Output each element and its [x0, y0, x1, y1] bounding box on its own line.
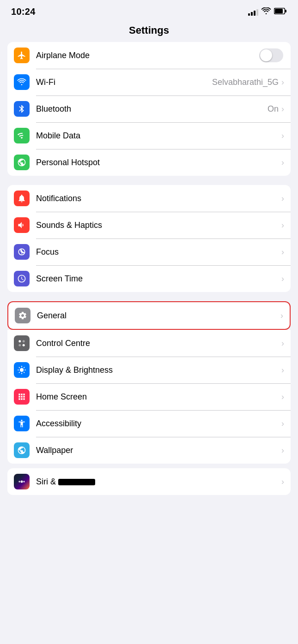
home-screen-icon	[14, 389, 30, 405]
home-screen-chevron: ›	[281, 392, 284, 402]
control-centre-icon	[14, 335, 30, 351]
home-screen-row[interactable]: Home Screen ›	[7, 383, 291, 410]
sounds-haptics-row[interactable]: Sounds & Haptics ›	[7, 212, 291, 239]
sounds-haptics-chevron: ›	[281, 221, 284, 230]
svg-point-4	[23, 340, 25, 342]
wifi-settings-icon	[14, 74, 30, 90]
status-bar: 10:24	[0, 0, 298, 21]
airplane-mode-icon	[14, 48, 30, 63]
svg-point-3	[18, 340, 21, 342]
bluetooth-row[interactable]: Bluetooth On ›	[7, 95, 291, 122]
notifications-chevron: ›	[281, 194, 284, 203]
wifi-chevron: ›	[281, 78, 284, 87]
display-brightness-row[interactable]: Display & Brightness ›	[7, 357, 291, 383]
control-centre-chevron: ›	[281, 339, 284, 348]
personal-hotspot-row[interactable]: Personal Hotspot ›	[7, 149, 291, 176]
page-title: Settings	[0, 24, 298, 36]
focus-row[interactable]: Focus ›	[7, 239, 291, 265]
control-centre-row[interactable]: Control Centre ›	[7, 330, 291, 357]
siri-search-label: Siri &	[36, 477, 281, 487]
svg-rect-1	[275, 9, 283, 13]
mobile-data-row[interactable]: Mobile Data ›	[7, 122, 291, 149]
svg-point-6	[23, 344, 25, 346]
screen-time-chevron: ›	[281, 274, 284, 284]
general-row[interactable]: General ›	[8, 302, 290, 329]
signal-icon	[248, 8, 258, 16]
wallpaper-chevron: ›	[281, 446, 284, 455]
svg-rect-2	[285, 10, 286, 12]
screen-time-row[interactable]: Screen Time ›	[7, 265, 291, 292]
mobile-data-icon	[14, 128, 30, 143]
accessibility-icon	[14, 416, 30, 431]
wallpaper-icon	[14, 442, 30, 458]
accessibility-row[interactable]: Accessibility ›	[7, 410, 291, 437]
airplane-mode-row[interactable]: Airplane Mode	[7, 42, 291, 69]
mobile-data-chevron: ›	[281, 131, 284, 141]
sounds-haptics-label: Sounds & Haptics	[36, 221, 281, 230]
notifications-icon	[14, 191, 30, 206]
mobile-data-label: Mobile Data	[36, 131, 281, 141]
wifi-icon	[261, 7, 271, 17]
battery-icon	[274, 8, 287, 16]
wifi-row[interactable]: Wi-Fi Selvabharathi_5G ›	[7, 69, 291, 95]
accessibility-label: Accessibility	[36, 419, 281, 429]
siri-section: Siri & ›	[7, 468, 291, 495]
status-time: 10:24	[11, 6, 36, 17]
svg-point-8	[21, 481, 23, 483]
bluetooth-value: On	[268, 104, 279, 114]
wifi-value: Selvabharathi_5G	[212, 78, 279, 87]
home-screen-label: Home Screen	[36, 392, 281, 402]
general-icon	[15, 308, 30, 323]
system-section: Notifications › Sounds & Haptics › Focus…	[7, 185, 291, 292]
device-section: General › Control Centre ›	[7, 301, 291, 464]
bluetooth-icon	[14, 101, 30, 117]
connectivity-section: Airplane Mode Wi-Fi Selvabharathi_5G › B…	[7, 42, 291, 176]
general-label: General	[37, 311, 280, 321]
display-brightness-label: Display & Brightness	[36, 365, 281, 375]
personal-hotspot-chevron: ›	[281, 158, 284, 167]
display-brightness-icon	[14, 362, 30, 378]
airplane-mode-toggle[interactable]	[259, 48, 283, 62]
status-icons	[248, 7, 287, 17]
general-chevron: ›	[280, 311, 283, 321]
wallpaper-label: Wallpaper	[36, 446, 281, 455]
notifications-label: Notifications	[36, 194, 281, 203]
personal-hotspot-icon	[14, 155, 30, 170]
svg-point-7	[18, 481, 20, 482]
wifi-label: Wi-Fi	[36, 78, 212, 87]
svg-point-9	[23, 481, 24, 482]
bluetooth-label: Bluetooth	[36, 104, 268, 114]
siri-search-row[interactable]: Siri & ›	[7, 468, 291, 495]
screen-time-label: Screen Time	[36, 274, 281, 284]
sounds-haptics-icon	[14, 217, 30, 233]
accessibility-chevron: ›	[281, 419, 284, 429]
svg-point-5	[18, 344, 21, 346]
page-header: Settings	[0, 21, 298, 42]
display-brightness-chevron: ›	[281, 365, 284, 375]
focus-chevron: ›	[281, 247, 284, 257]
notifications-row[interactable]: Notifications ›	[7, 185, 291, 212]
airplane-mode-label: Airplane Mode	[36, 51, 259, 60]
device-remaining: Control Centre › Display & Brightness › …	[7, 330, 291, 464]
siri-icon	[14, 474, 30, 489]
focus-icon	[14, 244, 30, 260]
personal-hotspot-label: Personal Hotspot	[36, 158, 281, 167]
bluetooth-chevron: ›	[281, 104, 284, 114]
screen-time-icon	[14, 271, 30, 286]
siri-search-chevron: ›	[281, 477, 284, 487]
control-centre-label: Control Centre	[36, 339, 281, 348]
focus-label: Focus	[36, 247, 281, 257]
general-highlighted-wrapper: General ›	[7, 301, 291, 330]
wallpaper-row[interactable]: Wallpaper ›	[7, 437, 291, 464]
